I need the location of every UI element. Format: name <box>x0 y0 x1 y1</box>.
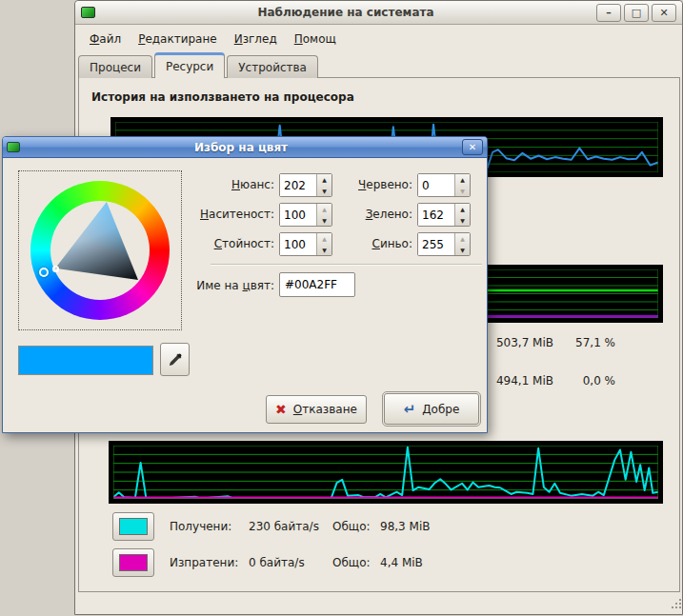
menubar: Файл Редактиране Изглед Помощ <box>77 27 349 51</box>
blue-label: Синьо: <box>336 237 412 250</box>
memory-percent: 57,1 % <box>552 336 615 349</box>
network-sent-row: Изпратени: 0 байта/s Общо: 4,4 MiB <box>112 548 646 577</box>
menu-view[interactable]: Изглед <box>226 29 286 50</box>
system-monitor-icon <box>81 7 95 18</box>
cancel-x-icon: ✖ <box>275 402 287 417</box>
sent-total: 4,4 MiB <box>380 556 423 569</box>
sent-color-button[interactable] <box>112 548 154 577</box>
tab-processes[interactable]: Процеси <box>78 55 152 78</box>
maximize-button[interactable]: □ <box>624 4 649 22</box>
minimize-button[interactable]: – <box>596 4 621 22</box>
blue-up-arrow[interactable]: ▲ <box>455 233 470 245</box>
cancel-button[interactable]: ✖ Отказване <box>266 395 367 424</box>
hue-input[interactable] <box>280 174 316 196</box>
red-input[interactable] <box>418 174 454 196</box>
saturation-input[interactable] <box>280 204 316 226</box>
color-picker-dialog: Избор на цвят ✕ Нюанс: ▲▼ Наситеност: ▲▼… <box>2 136 488 433</box>
value-spinner: ▲▼ <box>279 232 332 256</box>
saturation-spinner: ▲▼ <box>279 203 332 227</box>
swap-percent: 0,0 % <box>552 374 615 387</box>
statusbar <box>76 593 681 615</box>
value-up-arrow[interactable]: ▲ <box>317 233 331 245</box>
resize-grip[interactable] <box>672 599 673 601</box>
desktop: Наблюдение на системата – □ ✕ Файл Редак… <box>0 0 683 616</box>
received-color-button[interactable] <box>112 512 154 541</box>
close-button[interactable]: ✕ <box>652 4 676 22</box>
hue-spinner: ▲▼ <box>279 173 332 197</box>
color-name-label: Име на цвят: <box>179 279 274 292</box>
received-color-swatch <box>119 518 148 535</box>
ok-button-label: Добре <box>422 403 459 416</box>
green-spinner: ▲▼ <box>417 203 471 227</box>
network-history-chart <box>109 441 663 504</box>
cpu-history-title: История на използването на процесора <box>91 90 354 104</box>
eyedropper-icon <box>168 352 183 368</box>
tab-bar: Процеси Ресурси Устройства <box>78 52 320 78</box>
enter-arrow-icon: ↵ <box>404 401 416 418</box>
received-rate: 230 байта/s <box>249 520 319 533</box>
blue-down-arrow[interactable]: ▼ <box>455 245 470 256</box>
current-color-swatch <box>18 346 153 375</box>
network-received-row: Получени: 230 байта/s Общо: 98,3 MiB <box>112 512 646 541</box>
value-down-arrow[interactable]: ▼ <box>317 245 331 256</box>
menu-edit[interactable]: Редактиране <box>130 29 226 50</box>
green-down-arrow[interactable]: ▼ <box>455 215 470 227</box>
value-label: Стойност: <box>198 237 274 250</box>
hue-up-arrow[interactable]: ▲ <box>317 174 331 186</box>
received-total: 98,3 MiB <box>380 520 430 533</box>
green-up-arrow[interactable]: ▲ <box>455 204 470 215</box>
blue-spinner: ▲▼ <box>417 232 471 256</box>
green-label: Зелено: <box>336 208 412 221</box>
red-up-arrow[interactable]: ▲ <box>455 174 470 186</box>
eyedropper-button[interactable] <box>160 343 190 376</box>
dialog-close-button[interactable]: ✕ <box>462 139 483 155</box>
sent-rate: 0 байта/s <box>249 556 305 569</box>
blue-input[interactable] <box>418 233 454 255</box>
value-input[interactable] <box>280 233 316 255</box>
red-label: Червено: <box>336 178 412 191</box>
received-total-label: Общо: <box>332 520 371 533</box>
red-spinner: ▲▼ <box>417 173 471 197</box>
menu-help[interactable]: Помощ <box>286 29 345 50</box>
color-wheel-widget[interactable] <box>18 170 182 330</box>
separator <box>211 264 482 266</box>
sv-marker[interactable] <box>52 266 59 272</box>
hue-marker[interactable] <box>39 268 49 277</box>
window-title: Наблюдение на системата <box>100 6 592 19</box>
sent-color-swatch <box>119 554 148 571</box>
dialog-title: Избор на цвят <box>24 141 458 154</box>
sent-label: Изпратени: <box>170 556 238 569</box>
color-name-input[interactable] <box>279 272 355 297</box>
window-controls: – □ ✕ <box>596 4 676 22</box>
menu-file[interactable]: Файл <box>81 29 130 50</box>
sent-total-label: Общо: <box>332 556 371 569</box>
saturation-up-arrow[interactable]: ▲ <box>317 204 331 215</box>
red-down-arrow[interactable]: ▼ <box>455 186 470 197</box>
received-label: Получени: <box>170 520 231 533</box>
window-titlebar[interactable]: Наблюдение на системата – □ ✕ <box>75 1 682 25</box>
cancel-button-label: Отказване <box>293 403 357 416</box>
tab-resources[interactable]: Ресурси <box>154 52 225 78</box>
dialog-titlebar[interactable]: Избор на цвят ✕ <box>3 137 487 158</box>
hue-label: Нюанс: <box>198 178 274 191</box>
saturation-label: Наситеност: <box>198 208 274 221</box>
saturation-down-arrow[interactable]: ▼ <box>317 215 331 227</box>
ok-button[interactable]: ↵ Добре <box>384 393 479 425</box>
tab-devices[interactable]: Устройства <box>227 55 318 78</box>
hue-ring[interactable] <box>30 181 170 320</box>
dialog-app-icon <box>7 142 20 152</box>
hue-down-arrow[interactable]: ▼ <box>317 186 331 197</box>
green-input[interactable] <box>418 204 454 226</box>
